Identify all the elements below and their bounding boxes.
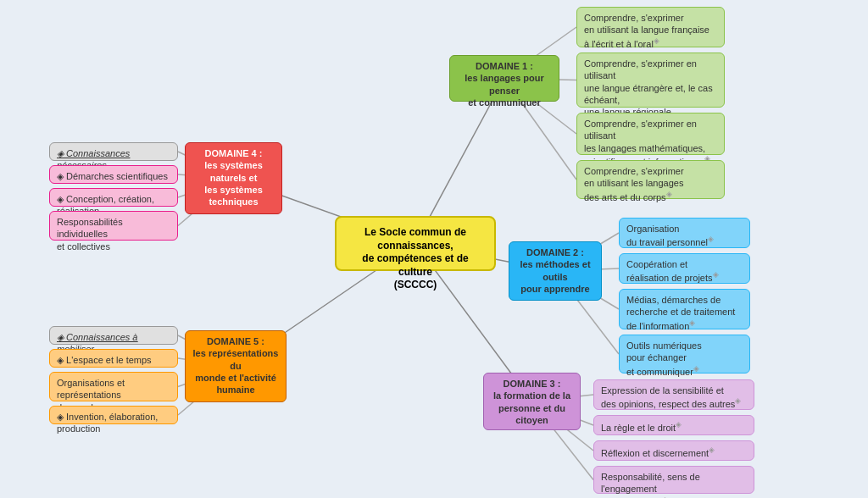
domain5-node: DOMAINE 5 : les représentations du monde… [185, 330, 287, 402]
sub-d4-item-1: ◈ Démarches scientifiques [49, 165, 178, 184]
domain5-label: DOMAINE 5 : les représentations du monde… [193, 336, 279, 395]
domain3-node: DOMAINE 3 : la formation de la personne … [483, 373, 581, 430]
sub-d1-1: Comprendre, s'exprimer en utilisant la l… [576, 7, 725, 47]
sub-d5-item-2: Organisations et représentations du mond… [49, 372, 178, 401]
sub-d4-item-3: Responsabilités individuelles et collect… [49, 211, 178, 241]
domain1-node: DOMAINE 1 : les langages pour penser et … [449, 55, 559, 102]
sub-d2-1: Organisation du travail personnel◈ [619, 218, 750, 248]
sub-d1-2: Comprendre, s'exprimer en utilisant une … [576, 53, 725, 108]
sub-d3-2: La règle et le droit◈ [593, 415, 754, 435]
sub-d4-item-2: ◈ Conception, création, réalisation [49, 188, 178, 207]
sub-d2-2: Coopération et réalisation de projets◈ [619, 253, 750, 284]
domain2-label: DOMAINE 2 : les méthodes et outils pour … [520, 247, 590, 294]
sub-d1-3: Comprendre, s'exprimer en utilisant les … [576, 113, 725, 155]
domain1-label: DOMAINE 1 : les langages pour penser et … [465, 61, 544, 108]
sub-d3-4: Responsabilité, sens de l'engagement et … [593, 466, 754, 494]
center-label: Le Socle commun de connaissances, de com… [362, 226, 468, 290]
sub-d3-3: Réflexion et discernement◈ [593, 440, 754, 461]
center-node: Le Socle commun de connaissances, de com… [335, 216, 496, 271]
sub-d3-1: Expression de la sensibilité et des opin… [593, 379, 754, 410]
sub-d5-know: ◈ Connaissances à mobiliser [49, 326, 178, 345]
sub-d4-know: ◈ Connaissances nécessaires [49, 142, 178, 161]
sub-d2-3: Médias, démarches de recherche et de tra… [619, 289, 750, 329]
sub-d2-4: Outils numériques pour échanger et commu… [619, 335, 750, 374]
domain4-label: DOMAINE 4 : les systèmes naturels et les… [204, 148, 263, 207]
sub-d5-item-3: ◈ Invention, élaboration, production [49, 406, 178, 424]
sub-d1-4: Comprendre, s'exprimer en utilisant les … [576, 160, 725, 199]
domain2-node: DOMAINE 2 : les méthodes et outils pour … [509, 241, 602, 301]
domain3-label: DOMAINE 3 : la formation de la personne … [493, 379, 570, 425]
domain4-node: DOMAINE 4 : les systèmes naturels et les… [185, 142, 282, 214]
sub-d5-item-1: ◈ L'espace et le temps [49, 349, 178, 368]
